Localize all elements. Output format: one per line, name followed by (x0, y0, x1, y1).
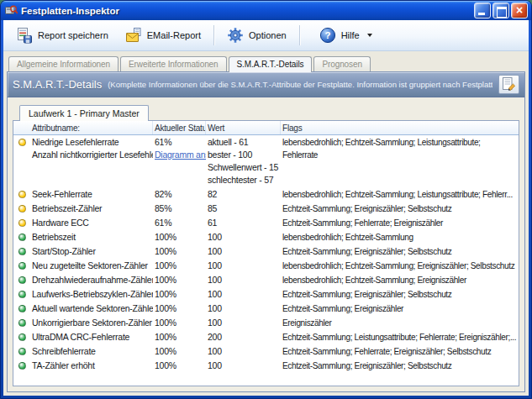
table-row[interactable]: Schreibfehlerrate 100% 100 Echtzeit-Samm… (13, 344, 519, 359)
table-row[interactable]: Unkorrigierbare Sektoren-Zähler 100% 100… (13, 316, 519, 330)
attribute-name-cell: Hardware ECC (30, 217, 153, 229)
status-icon (18, 362, 26, 370)
table-header: Attributname: Aktueller Status Wert Flag… (13, 121, 519, 135)
status-icon (18, 291, 26, 298)
cell-text-line: Echtzeit-Sammlung; Fehlerrate; Ereignisz… (282, 345, 517, 358)
status-icon (18, 348, 26, 355)
cell-text-line: Betriebszeit (32, 231, 151, 244)
help-button[interactable]: ? Hilfe (312, 24, 380, 47)
tab-prognosen[interactable]: Prognosen (313, 56, 370, 71)
table-row[interactable]: Seek-Fehlerrate 82% 82 lebensbedrohlich;… (13, 187, 519, 202)
tab-bar: Allgemeine Informationen Erweiterte Info… (3, 51, 529, 71)
cell-text-line: 100% (155, 360, 204, 372)
cell-text-line: 100 (208, 231, 279, 244)
table-row[interactable]: Drehzahlwiederaufnahme-Zähler 100% 100 l… (13, 273, 519, 287)
cell-text-line: 100 (208, 302, 279, 315)
cell-text-line: Echtzeit-Sammlung; Ereigniszähler; Selbs… (282, 202, 517, 215)
cell-text-line: 61 (208, 217, 279, 229)
column-header-attributname[interactable]: Attributname: (30, 121, 153, 134)
window-body: Report speichern EMail-Report (3, 20, 529, 396)
table-body: Niedrige LesefehlerrateAnzahl nichtkorri… (13, 135, 519, 373)
toolbar-separator (213, 25, 214, 45)
smart-attributes-table: Attributname: Aktueller Status Wert Flag… (13, 120, 519, 386)
status-icon-cell (13, 260, 30, 270)
view-diagram-link[interactable]: Diagramm anse... (155, 150, 206, 160)
tab-smart-details[interactable]: S.M.A.R.T.-Details (229, 56, 313, 72)
cell-text-line: 100% (155, 317, 204, 329)
options-button[interactable]: Optionen (219, 24, 294, 47)
table-row[interactable]: Betriebszeit 100% 100 lebensbedrohlich; … (13, 230, 519, 244)
current-status-cell: 100% (153, 331, 206, 344)
cell-text-line: 100% (155, 302, 204, 315)
cell-text-line: 100 (208, 260, 279, 272)
cell-text-line: UltraDMA CRC-Fehlerrate (32, 331, 151, 344)
flags-cell: Echtzeit-Sammlung; Ereigniszähler; Selbs… (281, 202, 519, 215)
flags-cell: lebensbedrohlich; Echtzeit-Sammlung; Ere… (281, 260, 519, 272)
value-cell: 100 (206, 288, 281, 301)
table-row[interactable]: Laufwerks-Betriebszyklen-Zähler 100% 100… (13, 287, 519, 302)
status-icon (18, 219, 26, 227)
tab-allgemeine-informationen[interactable]: Allgemeine Informationen (8, 56, 119, 71)
gear-icon (227, 27, 244, 44)
cell-text-line: 100 (208, 317, 279, 329)
email-report-label: EMail-Report (147, 30, 201, 40)
maximize-button[interactable] (492, 3, 509, 18)
cell-text-line: 85% (155, 202, 204, 215)
cell-text-line: Seek-Fehlerrate (32, 188, 151, 201)
cell-text-line: 100% (155, 345, 204, 358)
attribute-name-cell: Betriebszeit-Zähler (30, 202, 153, 215)
attribute-name-cell: Betriebszeit (30, 231, 153, 244)
help-question-icon: ? (319, 27, 336, 44)
table-row[interactable]: Start/Stop-Zähler 100% 100 Echtzeit-Samm… (13, 244, 519, 259)
options-label: Optionen (249, 30, 287, 40)
email-report-button[interactable]: EMail-Report (118, 24, 208, 47)
attribute-name-cell: Laufwerks-Betriebszyklen-Zähler (30, 288, 153, 301)
column-header-flags[interactable]: Flags (281, 121, 519, 134)
flags-cell: lebensbedrohlich; Echtzeit-Sammlung; Lei… (281, 136, 519, 161)
status-icon-cell (13, 202, 30, 213)
table-row[interactable]: Neu zugeteilte Sektoren-Zähler 100% 100 … (13, 259, 519, 273)
current-status-cell: 61% (153, 217, 206, 229)
value-cell: 100 (206, 245, 281, 258)
table-row[interactable]: Niedrige LesefehlerrateAnzahl nichtkorri… (13, 135, 519, 187)
report-page-button[interactable] (498, 75, 519, 94)
save-report-label: Report speichern (38, 30, 108, 40)
title-bar[interactable]: Festplatten-Inspektor (1, 1, 531, 20)
save-report-button[interactable]: Report speichern (8, 24, 116, 47)
cell-text-line: Unkorrigierbare Sektoren-Zähler (32, 317, 151, 329)
table-row[interactable]: Betriebszeit-Zähler 85% 85 Echtzeit-Samm… (13, 202, 519, 216)
current-status-cell: 61%Diagramm anse... (153, 136, 206, 161)
cell-text-line: TA-Zähler erhöht (32, 360, 151, 372)
cell-text-line: 100% (155, 331, 204, 344)
cell-text-line: 61% (155, 217, 204, 229)
drive-tab-laufwerk-1[interactable]: Laufwerk 1 - Primary Master (19, 105, 149, 121)
cell-text-line: lebensbedrohlich; Echtzeit-Sammlung; Lei… (282, 136, 517, 149)
flags-cell: lebensbedrohlich; Echtzeit-Sammlung (281, 231, 519, 244)
flags-cell: Echtzeit-Sammlung; Ereigniszähler; Selbs… (281, 288, 519, 301)
column-header-aktueller-status[interactable]: Aktueller Status (153, 121, 206, 134)
current-status-cell: 100% (153, 260, 206, 272)
status-icon-cell (13, 288, 30, 298)
svg-text:?: ? (324, 30, 330, 40)
status-icon (18, 262, 26, 270)
cell-text-line: 100 (208, 274, 279, 286)
table-row[interactable]: Aktuell wartende Sektoren-Zähler 100% 10… (13, 302, 519, 316)
column-header-wert[interactable]: Wert (206, 121, 281, 134)
table-row[interactable]: TA-Zähler erhöht 100% 100 Echtzeit-Samml… (13, 359, 519, 373)
table-row[interactable]: Hardware ECC 61% 61 Echtzeit-Sammlung; F… (13, 216, 519, 230)
tab-erweiterte-informationen[interactable]: Erweiterte Informationen (120, 56, 227, 71)
cell-text-line: Echtzeit-Sammlung; Fehlerrate; Ereignisz… (282, 217, 517, 229)
report-save-icon (16, 27, 33, 44)
value-cell: 61 (206, 217, 281, 229)
cell-text-line: Schreibfehlerrate (32, 345, 151, 358)
cell-text-line: 100 (208, 245, 279, 258)
table-row[interactable]: UltraDMA CRC-Fehlerrate 100% 200 Echtzei… (13, 330, 519, 344)
cell-text-line: lebensbedrohlich; Echtzeit-Sammlung; Ere… (282, 260, 517, 272)
cell-text-line: Hardware ECC (32, 217, 151, 229)
flags-cell: lebensbedrohlich; Echtzeit-Sammlung; Lei… (281, 188, 519, 201)
close-button[interactable] (511, 3, 528, 18)
status-icon (18, 234, 26, 241)
minimize-button[interactable] (474, 3, 491, 18)
attribute-name-cell: Neu zugeteilte Sektoren-Zähler (30, 260, 153, 272)
help-label: Hilfe (341, 30, 360, 40)
